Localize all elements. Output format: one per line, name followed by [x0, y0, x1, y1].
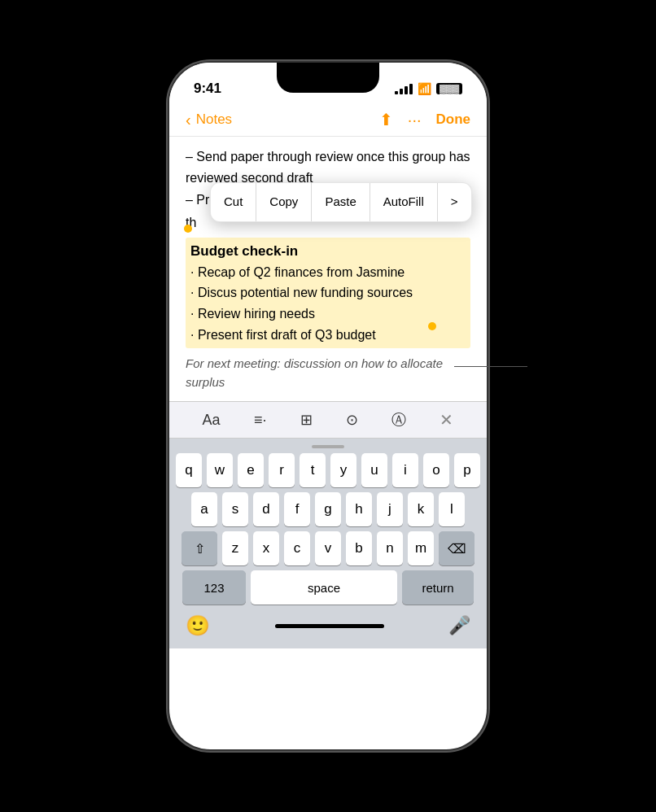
copy-menu-item[interactable]: Copy [256, 183, 312, 221]
key-n[interactable]: n [377, 531, 403, 565]
autofill-menu-item[interactable]: AutoFill [370, 183, 438, 221]
italic-note: For next meeting: discussion on how to a… [186, 355, 470, 391]
shift-key[interactable]: ⇧ [181, 531, 217, 565]
key-row-1: q w e r t y u i o p [169, 453, 487, 487]
bullet-3: · Review hiring needs [190, 303, 466, 325]
mic-button[interactable]: 🎤 [448, 615, 470, 636]
cut-menu-item[interactable]: Cut [211, 183, 256, 221]
table-button[interactable]: ⊞ [300, 411, 313, 429]
space-key[interactable]: space [251, 570, 397, 605]
key-h[interactable]: h [346, 492, 372, 526]
selected-title: Budget check-in [190, 241, 466, 262]
list-button[interactable]: ≡· [254, 412, 267, 429]
callout-line [454, 366, 527, 367]
share-icon[interactable]: ⬆ [379, 110, 393, 129]
delete-key[interactable]: ⌫ [439, 531, 475, 565]
markup-button[interactable]: Ⓐ [391, 410, 406, 430]
wifi-icon: 📶 [418, 82, 431, 95]
home-indicator [275, 624, 384, 628]
key-a[interactable]: a [191, 492, 217, 526]
key-x[interactable]: x [253, 531, 279, 565]
key-f[interactable]: f [284, 492, 310, 526]
context-menu: Cut Copy Paste AutoFill > [210, 182, 472, 222]
key-y[interactable]: y [330, 453, 356, 487]
key-u[interactable]: u [361, 453, 387, 487]
key-d[interactable]: d [253, 492, 279, 526]
back-label[interactable]: Notes [196, 111, 232, 128]
paste-menu-item[interactable]: Paste [312, 183, 370, 221]
done-button[interactable]: Done [436, 111, 471, 128]
key-q[interactable]: q [176, 453, 202, 487]
bullet-1: · Recap of Q2 finances from Jasmine [190, 262, 466, 283]
status-icons: 📶 ▓▓▓ [395, 82, 462, 95]
key-row-4: 123 space return [169, 570, 487, 605]
key-r[interactable]: r [269, 453, 295, 487]
note-content: – Send paper through review once this gr… [169, 137, 487, 401]
return-key[interactable]: return [402, 570, 474, 605]
notch [277, 63, 379, 93]
emoji-button[interactable]: 🙂 [186, 614, 210, 637]
key-l[interactable]: l [439, 492, 465, 526]
battery-icon: ▓▓▓ [436, 83, 462, 94]
back-button[interactable]: ‹ Notes [186, 111, 232, 129]
key-row-2: a s d f g h j k l [169, 492, 487, 526]
selection-handle-top[interactable] [184, 225, 192, 233]
close-toolbar-button[interactable]: ✕ [440, 410, 453, 430]
bullet-2: · Discus potential new funding sources [190, 282, 466, 303]
key-s[interactable]: s [222, 492, 248, 526]
bullet-4: · Present first draft of Q3 budget [190, 325, 466, 346]
key-w[interactable]: w [207, 453, 233, 487]
camera-button[interactable]: ⊙ [346, 411, 358, 429]
key-z[interactable]: z [222, 531, 248, 565]
selected-block: Budget check-in · Recap of Q2 finances f… [186, 238, 470, 348]
key-m[interactable]: m [408, 531, 434, 565]
key-e[interactable]: e [238, 453, 264, 487]
more-menu-item[interactable]: > [438, 183, 471, 221]
signal-icon [395, 84, 413, 94]
key-j[interactable]: j [377, 492, 403, 526]
callout: Lai pielāgotu atlasi, pārvietojiet satve… [454, 339, 656, 395]
key-o[interactable]: o [423, 453, 449, 487]
numbers-key[interactable]: 123 [182, 570, 246, 605]
more-icon[interactable]: ··· [408, 111, 422, 129]
key-v[interactable]: v [315, 531, 341, 565]
key-k[interactable]: k [408, 492, 434, 526]
nav-bar: ‹ Notes ⬆ ··· Done [169, 103, 487, 137]
key-c[interactable]: c [284, 531, 310, 565]
keyboard: q w e r t y u i o p a s d f g h j k [169, 439, 487, 648]
key-b[interactable]: b [346, 531, 372, 565]
nav-actions: ⬆ ··· Done [379, 110, 470, 129]
key-row-3: ⇧ z x c v b n m ⌫ [169, 531, 487, 565]
font-button[interactable]: Aa [203, 412, 221, 429]
selection-handle-bottom[interactable] [428, 322, 436, 330]
chevron-left-icon: ‹ [186, 111, 191, 129]
status-time: 9:41 [194, 81, 221, 97]
formatting-toolbar: Aa ≡· ⊞ ⊙ Ⓐ ✕ [169, 401, 487, 439]
callout-text: Lai pielāgotu atlasi, pārvietojiet satve… [527, 339, 656, 395]
key-i[interactable]: i [392, 453, 418, 487]
key-t[interactable]: t [300, 453, 326, 487]
key-g[interactable]: g [315, 492, 341, 526]
key-p[interactable]: p [454, 453, 480, 487]
phone-frame: 9:41 📶 ▓▓▓ ‹ Notes ⬆ ··· Done [169, 63, 487, 749]
